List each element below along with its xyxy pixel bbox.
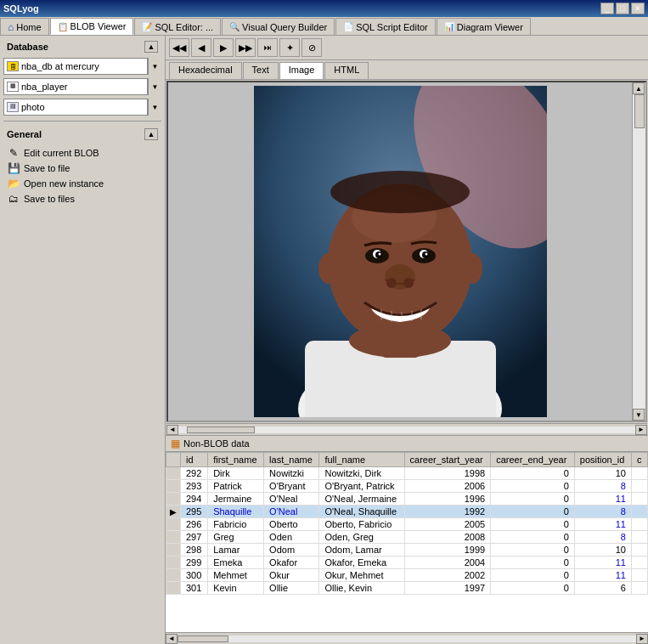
table-dropdown-arrow[interactable]: ▼ [148, 78, 161, 95]
col-first-name[interactable]: first_name [208, 453, 264, 467]
database-dropdown-arrow[interactable]: ▼ [148, 58, 161, 75]
table-row[interactable]: 300MehmetOkurOkur, Mehmet2002011 [166, 569, 648, 582]
grid-h-scroll-thumb[interactable] [177, 636, 228, 642]
main-layout: Database ▲ 🗄 nba_db at mercury ▼ ▦ nba_p… [0, 36, 648, 644]
tab-image[interactable]: Image [279, 62, 324, 79]
nav-next-button[interactable]: ▶▶ [235, 38, 256, 57]
field-dropdown[interactable]: ▤ photo [3, 99, 148, 116]
grid-title: Non-BLOB data [183, 438, 250, 449]
scroll-right-button[interactable]: ► [635, 425, 647, 435]
col-full-name[interactable]: full_name [319, 453, 404, 467]
table-icon: ▦ [7, 82, 19, 92]
nav-last-button[interactable]: ⏭ [257, 38, 278, 57]
table-row[interactable]: 292DirkNowitzkiNowitzki, Dirk1998010 [166, 467, 648, 480]
table-row[interactable]: 297GregOdenOden, Greg200808 [166, 531, 648, 544]
nav-prev-button[interactable]: ◀ [191, 38, 211, 57]
svg-point-21 [330, 171, 470, 213]
grid-scroll-right-button[interactable]: ► [636, 634, 648, 644]
save-files-action[interactable]: 🗂 Save to files [3, 191, 161, 206]
col-c[interactable]: c [631, 453, 647, 467]
h-scroll-thumb[interactable] [187, 427, 255, 433]
database-collapse-button[interactable]: ▲ [144, 41, 158, 53]
image-viewer[interactable] [168, 82, 632, 421]
tab-hexadecimal[interactable]: Hexadecimal [169, 62, 242, 79]
maximize-button[interactable]: □ [616, 3, 629, 14]
scroll-track[interactable] [633, 94, 645, 409]
svg-point-22 [349, 324, 451, 358]
sql-icon: 📝 [142, 22, 152, 31]
close-button[interactable]: ✕ [631, 3, 645, 14]
query-icon: 🔍 [229, 22, 239, 31]
script-icon: 📄 [343, 22, 353, 31]
table-row[interactable]: ▶295ShaquilleO'NealO'Neal, Shaquille1992… [166, 506, 648, 518]
tab-text[interactable]: Text [243, 62, 279, 79]
scroll-left-button[interactable]: ◄ [166, 425, 178, 435]
title-bar-text: SQLyog [3, 3, 39, 14]
svg-point-20 [462, 253, 482, 284]
field-dropdown-arrow[interactable]: ▼ [148, 99, 161, 116]
tab-html[interactable]: HTML [324, 62, 369, 79]
general-collapse-button[interactable]: ▲ [144, 128, 158, 140]
nav-play-button[interactable]: ▶ [213, 38, 234, 57]
scroll-down-button[interactable]: ▼ [633, 409, 645, 421]
open-icon: 📂 [7, 178, 20, 189]
scroll-up-button[interactable]: ▲ [633, 82, 645, 94]
tab-sql-script[interactable]: 📄 SQL Script Editor [335, 18, 436, 35]
save-icon: 💾 [7, 162, 20, 174]
blob-icon: 📋 [58, 22, 68, 31]
db-icon: 🗄 [7, 61, 19, 71]
nav-stop-button[interactable]: ⊘ [301, 38, 322, 57]
svg-point-13 [378, 253, 380, 256]
horizontal-scrollbar-image[interactable]: ◄ ► [166, 423, 647, 435]
nav-first-button[interactable]: ◀◀ [169, 38, 189, 57]
save-file-action[interactable]: 💾 Save to file [3, 161, 161, 176]
grid-area: ▦ Non-BLOB data id first_name last_name … [166, 435, 648, 644]
grid-scroll-wrapper[interactable]: id first_name last_name full_name career… [166, 452, 648, 632]
title-bar: SQLyog _ □ ✕ [0, 0, 648, 17]
home-icon: ⌂ [8, 21, 14, 33]
edit-icon: ✎ [7, 147, 20, 159]
left-panel: Database ▲ 🗄 nba_db at mercury ▼ ▦ nba_p… [0, 36, 166, 644]
table-dropdown[interactable]: ▦ nba_player [3, 78, 148, 95]
divider [3, 121, 161, 121]
svg-point-14 [425, 253, 427, 256]
right-content: ◀◀ ◀ ▶ ▶▶ ⏭ ✦ ⊘ Hexadecimal Text Image H… [166, 36, 648, 644]
table-row[interactable]: 294JermaineO'NealO'Neal, Jermaine1996011 [166, 493, 648, 506]
table-row[interactable]: 301KevinOllieOllie, Kevin199706 [166, 582, 648, 595]
svg-point-19 [318, 253, 339, 284]
col-career-end[interactable]: career_end_year [491, 453, 575, 467]
col-id[interactable]: id [181, 453, 208, 467]
tab-visual-query[interactable]: 🔍 Visual Query Builder [222, 18, 335, 35]
general-section-header: General ▲ [3, 127, 161, 142]
grid-title-icon: ▦ [171, 438, 180, 449]
h-scroll-track[interactable] [178, 427, 635, 433]
minimize-button[interactable]: _ [600, 3, 614, 14]
table-row[interactable]: 298LamarOdomOdom, Lamar1999010 [166, 544, 648, 556]
database-dropdown[interactable]: 🗄 nba_db at mercury [3, 58, 148, 75]
col-position-id[interactable]: position_id [574, 453, 631, 467]
player-photo [254, 86, 547, 417]
horizontal-scrollbar-grid[interactable]: ◄ ► [166, 632, 648, 644]
tab-diagram[interactable]: 📊 Diagram Viewer [437, 18, 531, 35]
table-dropdown-row: ▦ nba_player ▼ [3, 78, 161, 95]
field-dropdown-row: ▤ photo ▼ [3, 99, 161, 116]
edit-blob-action[interactable]: ✎ Edit current BLOB [3, 145, 161, 161]
col-career-start[interactable]: career_start_year [404, 453, 491, 467]
grid-scroll-left-button[interactable]: ◄ [166, 634, 177, 644]
open-instance-action[interactable]: 📂 Open new instance [3, 176, 161, 191]
col-last-name[interactable]: last_name [264, 453, 319, 467]
scroll-thumb[interactable] [634, 94, 645, 128]
tab-bar: ⌂ Home 📋 BLOB Viewer 📝 SQL Editor: ... 🔍… [0, 17, 648, 36]
nav-refresh-button[interactable]: ✦ [279, 38, 300, 57]
table-row[interactable]: 299EmekaOkaforOkafor, Emeka2004011 [166, 556, 648, 569]
tab-blob-viewer[interactable]: 📋 BLOB Viewer [50, 18, 134, 35]
tab-sql-editor[interactable]: 📝 SQL Editor: ... [134, 18, 221, 35]
savefiles-icon: 🗂 [7, 193, 20, 205]
tab-home[interactable]: ⌂ Home [0, 18, 49, 35]
table-row[interactable]: 293PatrickO'BryantO'Bryant, Patrick20060… [166, 480, 648, 493]
vertical-scrollbar[interactable]: ▲ ▼ [632, 82, 645, 421]
table-row[interactable]: 296FabricioObertoOberto, Fabricio2005011 [166, 518, 648, 531]
grid-h-scroll-track[interactable] [177, 636, 636, 642]
data-grid: id first_name last_name full_name career… [166, 452, 648, 595]
col-indicator [166, 453, 181, 467]
